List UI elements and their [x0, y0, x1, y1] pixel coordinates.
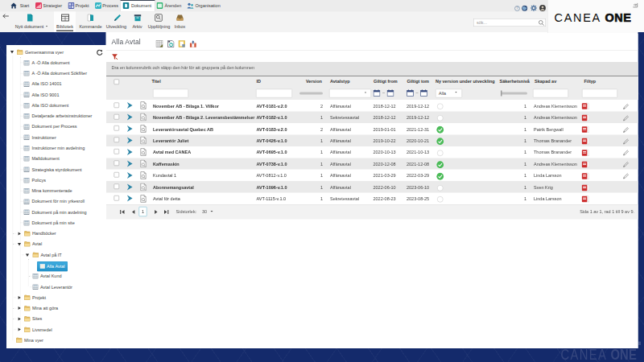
svg-text:?: ?	[516, 6, 518, 10]
